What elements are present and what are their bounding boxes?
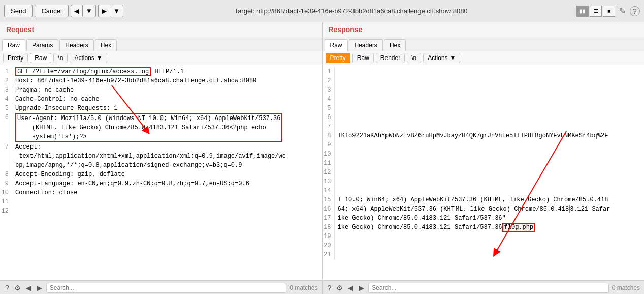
- response-search-input[interactable]: [368, 283, 608, 293]
- response-line-20: 20: [323, 241, 645, 250]
- response-settings-icon[interactable]: ⚙: [335, 283, 344, 293]
- request-tab-hex[interactable]: Hex: [95, 39, 117, 51]
- main-content: Request Raw Params Headers Hex Pretty Ra…: [0, 22, 644, 280]
- response-line-10: 10: [323, 150, 645, 159]
- response-tabs: Raw Headers Hex: [323, 37, 645, 51]
- response-line-21: 21: [323, 250, 645, 259]
- request-panel-header: Request: [0, 22, 322, 37]
- view-toggle: ▮▮ ☰ ■: [576, 6, 615, 17]
- target-url: Target: http://86f7dacf-1e39-416e-b972-3…: [125, 7, 576, 15]
- response-pretty-tab[interactable]: Pretty: [326, 53, 350, 63]
- request-actions-label: Actions: [74, 54, 94, 62]
- response-line-6: 6: [323, 113, 645, 122]
- request-actions-button[interactable]: Actions ▼: [70, 53, 107, 63]
- response-newline-tab[interactable]: \n: [407, 53, 421, 63]
- response-matches-text: 0 matches: [612, 284, 640, 291]
- nav-group: ◀ ▼: [71, 5, 96, 17]
- nav-forward-button[interactable]: ▶: [98, 5, 110, 17]
- response-tab-raw[interactable]: Raw: [325, 39, 348, 51]
- response-panel-header: Response: [329, 25, 363, 34]
- response-line-14: 14: [323, 186, 645, 195]
- response-line-12: 12: [323, 168, 645, 177]
- request-line-3: 3 Pragma: no-cache: [0, 85, 322, 95]
- request-search-forward-icon[interactable]: ▶: [36, 283, 43, 293]
- edit-icon[interactable]: ✎: [619, 6, 626, 16]
- response-raw-tab[interactable]: Raw: [352, 53, 374, 63]
- response-line-9: 9: [323, 140, 645, 150]
- request-raw-tab[interactable]: Raw: [30, 53, 51, 63]
- response-line-4: 4: [323, 95, 645, 104]
- nav-forward-group: ▶ ▼: [98, 5, 123, 17]
- list-view-button[interactable]: ☰: [590, 6, 602, 17]
- request-line-6: 6 User-Agent: Mozilla/5.0 (Windows NT 10…: [0, 113, 322, 142]
- request-sub-toolbar: Pretty Raw \n Actions ▼: [0, 51, 322, 65]
- request-panel: Request Raw Params Headers Hex Pretty Ra…: [0, 22, 323, 280]
- request-bottom-bar: ? ⚙ ◀ ▶ 0 matches: [0, 280, 323, 294]
- response-line-16: 16 64; x64) AppleWebKit/537.36 (KHTML, l…: [323, 204, 645, 214]
- response-line-3: 3: [323, 85, 645, 95]
- request-line-9: 9 Accept-Language: en-CN,en;q=0.9,zh-CN;…: [0, 179, 322, 188]
- response-tab-headers[interactable]: Headers: [349, 39, 383, 51]
- response-bottom-bar: ? ⚙ ◀ ▶ 0 matches: [323, 280, 645, 294]
- request-line-7: 7 Accept:: [0, 142, 322, 152]
- send-button[interactable]: Send: [4, 5, 33, 17]
- response-sub-toolbar: Pretty Raw Render \n Actions ▼: [323, 51, 645, 65]
- request-line-10: 10 Connection: close: [0, 188, 322, 197]
- response-title: Response: [329, 25, 363, 34]
- request-line-2: 2 Host: 86f7dacf-1e39-416e-b972-3bb2d81a…: [0, 76, 322, 85]
- request-code-area[interactable]: 1 GET /?file=/var/log/nginx/access.log H…: [0, 65, 322, 280]
- request-line-4: 4 Cache-Control: no-cache: [0, 95, 322, 104]
- nav-forward-split-button[interactable]: ▼: [110, 5, 123, 17]
- response-actions-label: Actions: [428, 54, 447, 62]
- response-line-19: 19: [323, 232, 645, 241]
- request-line-11: 11: [0, 197, 322, 207]
- response-render-tab[interactable]: Render: [376, 53, 405, 63]
- response-line-18: 18 ike Gecko) Chrome/85.0.4183.121 Safar…: [323, 223, 645, 232]
- response-line-7: 7: [323, 122, 645, 131]
- request-title: Request: [6, 25, 34, 34]
- request-line-5: 5 Upgrade-Insecure-Requests: 1: [0, 104, 322, 113]
- response-tab-hex[interactable]: Hex: [384, 39, 406, 51]
- request-tab-params[interactable]: Params: [26, 39, 58, 51]
- request-matches-text: 0 matches: [289, 284, 317, 291]
- nav-back-button[interactable]: ◀: [71, 5, 82, 17]
- request-tab-raw[interactable]: Raw: [2, 39, 25, 51]
- response-line-8: 8 TKfo9221aKAbYpWbNzEvBZ6ruHpMvJbayZH4QK…: [323, 131, 645, 140]
- split-view-button[interactable]: ▮▮: [576, 6, 589, 17]
- request-line-7b: text/html,application/xhtml+xml,applicat…: [0, 152, 322, 161]
- request-line-12: 12: [0, 207, 322, 216]
- top-toolbar: Send Cancel ◀ ▼ ▶ ▼ Target: http://86f7d…: [0, 0, 644, 22]
- response-help-icon[interactable]: ?: [327, 283, 333, 293]
- request-line-1: 1 GET /?file=/var/log/nginx/access.log H…: [0, 67, 322, 76]
- request-newline-tab[interactable]: \n: [53, 53, 68, 63]
- cancel-button[interactable]: Cancel: [35, 5, 68, 17]
- response-line-11: 11: [323, 159, 645, 168]
- response-actions-chevron: ▼: [450, 54, 456, 62]
- request-line-8: 8 Accept-Encoding: gzip, deflate: [0, 170, 322, 179]
- request-search-back-icon[interactable]: ◀: [25, 283, 33, 293]
- help-icon[interactable]: ?: [630, 6, 640, 16]
- response-actions-button[interactable]: Actions ▼: [423, 53, 460, 63]
- response-search-forward-icon[interactable]: ▶: [358, 283, 365, 293]
- response-line-13: 13: [323, 177, 645, 186]
- response-line-5: 5: [323, 104, 645, 113]
- bottom-search-bars: ? ⚙ ◀ ▶ 0 matches ? ⚙ ◀ ▶ 0 matches: [0, 280, 644, 294]
- response-line-2: 2: [323, 76, 645, 85]
- request-tab-headers[interactable]: Headers: [59, 39, 93, 51]
- request-help-icon[interactable]: ?: [4, 283, 10, 293]
- response-line-17: 17 ike Gecko) Chrome/85.0.4183.121 Safar…: [323, 214, 645, 223]
- response-search-back-icon[interactable]: ◀: [347, 283, 355, 293]
- request-actions-chevron: ▼: [96, 54, 103, 62]
- request-line-7c: bp,image/apng,*/*;q=0.8,application/sign…: [0, 161, 322, 170]
- full-view-button[interactable]: ■: [603, 6, 615, 17]
- response-panel: Response Raw Headers Hex Pretty Raw Rend…: [323, 22, 645, 280]
- request-tabs: Raw Params Headers Hex: [0, 37, 322, 51]
- request-search-input[interactable]: [46, 283, 286, 293]
- response-line-1: 1: [323, 67, 645, 76]
- response-code-area[interactable]: 1 2 3 4 5 6 7: [323, 65, 645, 280]
- nav-back-split-button[interactable]: ▼: [82, 5, 96, 17]
- response-line-15: 15 T 10.0; Win64; x64) AppleWebKit/537.3…: [323, 195, 645, 204]
- request-pretty-tab[interactable]: Pretty: [3, 53, 28, 63]
- request-settings-icon[interactable]: ⚙: [13, 283, 22, 293]
